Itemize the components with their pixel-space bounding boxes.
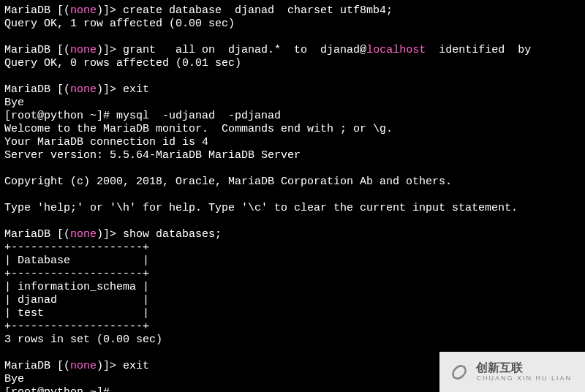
bracket: )]> [97,360,123,372]
prompt-maria: MariaDB [4,4,50,17]
prompt-maria: MariaDB [4,228,50,241]
table-border: +--------------------+ [4,268,149,280]
db-none: none [70,360,97,372]
blank [4,215,11,227]
prompt-maria: MariaDB [4,83,50,96]
table-header: | Database | [4,255,149,267]
blank [4,70,11,83]
bracket: [( [50,83,70,96]
blank [4,189,11,201]
prompt-maria: MariaDB [4,44,50,56]
cmd-grant-b: identified by [426,44,531,56]
welcome: Welcome to the MariaDB monitor. Commands… [4,123,393,135]
blank [4,31,11,43]
prompt-maria: MariaDB [4,360,50,372]
table-border: +--------------------+ [4,241,149,254]
logo-icon [450,363,469,382]
table-row: | djanad | [4,294,149,306]
table-row: | information_schema | [4,281,149,293]
localhost: localhost [366,44,426,56]
rows-in-set: 3 rows in set (0.00 sec) [4,333,162,346]
cmd-show-databases: show databases; [123,228,222,241]
bracket: [( [50,360,70,372]
shell-prompt: [root@python ~]# [4,386,116,392]
result-query-ok: Query OK, 1 row affected (0.00 sec) [4,18,235,30]
table-row: | test | [4,307,149,320]
connection-id: Your MariaDB connection id is 4 [4,136,208,148]
cmd-exit: exit [123,360,149,372]
watermark-main: 创新互联 [476,362,572,374]
db-none: none [70,44,97,56]
server-version: Server version: 5.5.64-MariaDB MariaDB S… [4,149,301,162]
table-border: +--------------------+ [4,320,149,333]
cmd-grant-a: grant all on djanad.* to djanad@ [123,44,366,56]
bracket: [( [50,4,70,17]
cmd-create-db: create database djanad charset utf8mb4; [123,4,393,17]
bracket: [( [50,44,70,56]
bracket: )]> [97,83,123,96]
copyright: Copyright (c) 2000, 2018, Oracle, MariaD… [4,176,452,188]
db-none: none [70,83,97,96]
bracket: [( [50,228,70,241]
cmd-exit: exit [123,83,149,96]
bye: Bye [4,373,24,385]
db-none: none [70,4,97,17]
watermark-sub: CHUANG XIN HU LIAN [476,375,572,382]
watermark: 创新互联 CHUANG XIN HU LIAN [439,352,585,392]
db-none: none [70,228,97,241]
bracket: )]> [97,44,123,56]
bye: Bye [4,97,24,109]
blank [4,162,11,175]
bracket: )]> [97,4,123,17]
help-text: Type 'help;' or '\h' for help. Type '\c'… [4,202,518,214]
result-query-ok: Query OK, 0 rows affected (0.01 sec) [4,57,241,69]
blank [4,347,11,359]
bracket: )]> [97,228,123,241]
shell-prompt: [root@python ~]# mysql -udjanad -pdjanad [4,110,281,122]
terminal-output: MariaDB [(none)]> create database djanad… [4,4,581,392]
